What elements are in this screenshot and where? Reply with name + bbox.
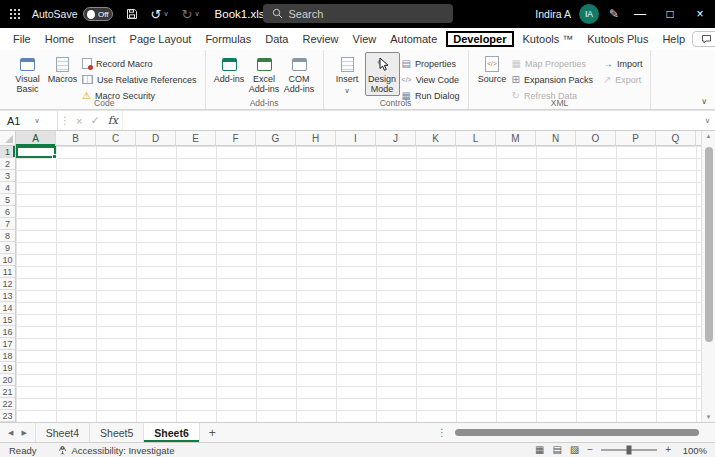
zoom-slider-thumb[interactable] (627, 446, 632, 455)
autosave-toggle[interactable]: Off (83, 7, 113, 21)
cells-canvas[interactable] (16, 146, 715, 422)
column-header-d[interactable]: D (136, 131, 176, 146)
column-header-l[interactable]: L (456, 131, 496, 146)
app-launcher-icon[interactable] (10, 9, 20, 19)
row-header-8[interactable]: 8 (0, 230, 15, 242)
row-header-12[interactable]: 12 (0, 278, 15, 290)
formula-input[interactable] (122, 111, 700, 130)
macros-button[interactable]: Macros (45, 52, 80, 85)
selected-cell-a1[interactable] (16, 146, 56, 158)
column-header-n[interactable]: N (536, 131, 576, 146)
row-header-19[interactable]: 19 (0, 362, 15, 374)
undo-button[interactable]: ↺ ∨ (151, 7, 169, 22)
row-header-7[interactable]: 7 (0, 218, 15, 230)
sheet-tab-sheet5[interactable]: Sheet5 (90, 423, 144, 442)
row-header-11[interactable]: 11 (0, 266, 15, 278)
row-header-4[interactable]: 4 (0, 182, 15, 194)
expansion-packs-button[interactable]: ⊞ Expansion Packs (510, 72, 595, 87)
avatar[interactable]: IA (579, 4, 599, 24)
insert-function-button[interactable]: fx (104, 114, 122, 127)
column-header-e[interactable]: E (176, 131, 216, 146)
search-input[interactable]: Search (263, 4, 453, 23)
insert-control-button[interactable]: Insert ∨ (330, 52, 365, 95)
row-header-16[interactable]: 16 (0, 326, 15, 338)
confirm-entry-icon[interactable]: ✓ (86, 114, 103, 127)
maximize-button[interactable]: □ (655, 0, 685, 28)
minimize-button[interactable]: — (625, 0, 655, 28)
page-layout-view-button[interactable]: ▤ (552, 445, 561, 455)
horizontal-scrollbar-thumb[interactable] (455, 429, 699, 436)
row-header-1[interactable]: 1 (0, 146, 15, 158)
sheet-nav-right-icon[interactable]: ▶ (21, 429, 26, 437)
add-sheet-button[interactable]: + (200, 423, 225, 442)
cancel-entry-icon[interactable]: × (72, 115, 86, 127)
column-header-c[interactable]: C (96, 131, 136, 146)
formula-bar-handle-icon[interactable]: ⋮ (58, 115, 72, 126)
ribbon-tab-automate[interactable]: Automate (383, 31, 444, 47)
redo-button[interactable]: ↻ ∨ (182, 7, 200, 22)
column-header-b[interactable]: B (56, 131, 96, 146)
column-header-a[interactable]: A (16, 131, 56, 146)
ribbon-tab-kutools-plus[interactable]: Kutools Plus (580, 31, 655, 47)
ribbon-tab-help[interactable]: Help (655, 31, 692, 47)
row-header-13[interactable]: 13 (0, 290, 15, 302)
formula-bar-expand-chevron-icon[interactable]: ∨ (700, 117, 715, 125)
save-button[interactable] (126, 8, 138, 20)
excel-add-ins-button[interactable]: Excel Add-ins (247, 52, 282, 95)
ribbon-tab-view[interactable]: View (346, 31, 384, 47)
ribbon-tab-developer[interactable]: Developer (446, 31, 513, 47)
column-header-o[interactable]: O (576, 131, 616, 146)
column-header-q[interactable]: Q (656, 131, 696, 146)
add-ins-button[interactable]: Add-ins (212, 52, 247, 85)
scroll-up-icon[interactable]: ▲ (706, 133, 712, 139)
column-header-m[interactable]: M (496, 131, 536, 146)
properties-button[interactable]: ▤ Properties (400, 56, 462, 71)
ribbon-tab-kutools[interactable]: Kutools ™ (516, 31, 581, 47)
column-header-p[interactable]: P (616, 131, 656, 146)
import-button[interactable]: → Import (601, 56, 645, 71)
row-header-20[interactable]: 20 (0, 374, 15, 386)
zoom-in-button[interactable]: + (665, 445, 671, 455)
close-button[interactable]: × (685, 0, 715, 28)
sheet-tab-sheet6[interactable]: Sheet6 (144, 423, 199, 442)
com-add-ins-button[interactable]: COM Add-ins (282, 52, 317, 95)
accessibility-status[interactable]: Accessibility: Investigate (58, 445, 174, 456)
row-header-2[interactable]: 2 (0, 158, 15, 170)
row-header-22[interactable]: 22 (0, 398, 15, 410)
ribbon-tab-insert[interactable]: Insert (81, 31, 123, 47)
fill-handle[interactable] (52, 154, 57, 159)
column-header-h[interactable]: H (296, 131, 336, 146)
ribbon-tab-home[interactable]: Home (38, 31, 81, 47)
column-header-g[interactable]: G (256, 131, 296, 146)
ribbon-tab-file[interactable]: File (6, 31, 38, 47)
row-header-21[interactable]: 21 (0, 386, 15, 398)
scroll-down-icon[interactable]: ▼ (706, 414, 712, 420)
comments-button[interactable]: Comments (692, 31, 715, 47)
column-header-k[interactable]: K (416, 131, 456, 146)
visual-basic-button[interactable]: Visual Basic (10, 52, 45, 95)
sheet-nav-left-icon[interactable]: ◀ (8, 429, 13, 437)
select-all-corner[interactable] (0, 131, 16, 146)
row-header-6[interactable]: 6 (0, 206, 15, 218)
zoom-level[interactable]: 100% (679, 445, 707, 456)
horizontal-scrollbar[interactable] (453, 429, 701, 437)
ribbon-tab-review[interactable]: Review (295, 31, 345, 47)
sheet-bar-splitter-icon[interactable]: ⋮ (431, 423, 453, 442)
normal-view-button[interactable]: ▦ (535, 445, 544, 455)
page-break-view-button[interactable]: ▨ (570, 445, 579, 455)
zoom-slider[interactable] (601, 449, 657, 451)
row-header-23[interactable]: 23 (0, 410, 15, 422)
ribbon-tab-formulas[interactable]: Formulas (198, 31, 258, 47)
sheet-tab-sheet4[interactable]: Sheet4 (36, 423, 90, 442)
map-properties-button[interactable]: ▦ Map Properties (510, 56, 595, 71)
row-header-3[interactable]: 3 (0, 170, 15, 182)
zoom-out-button[interactable]: − (587, 445, 593, 455)
view-code-button[interactable]: </> View Code (400, 72, 462, 87)
row-header-9[interactable]: 9 (0, 242, 15, 254)
edit-pencil-icon[interactable]: ✎ (609, 7, 619, 21)
collapse-ribbon-chevron-icon[interactable]: ∨ (701, 97, 707, 106)
row-header-5[interactable]: 5 (0, 194, 15, 206)
vertical-scrollbar-thumb[interactable] (705, 147, 713, 342)
row-header-15[interactable]: 15 (0, 314, 15, 326)
row-header-17[interactable]: 17 (0, 338, 15, 350)
